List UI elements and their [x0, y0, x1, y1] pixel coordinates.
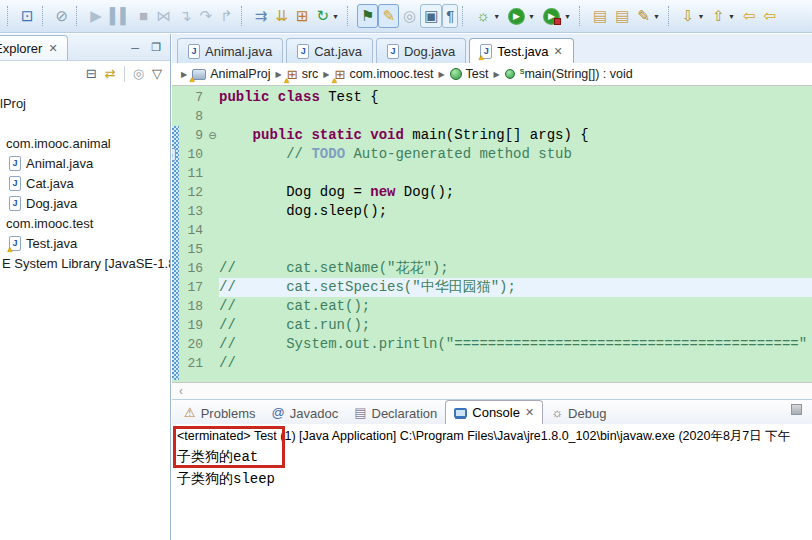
code-segment: new: [370, 184, 395, 200]
show-whitespace-button[interactable]: ¶: [442, 4, 458, 28]
new-wizard-button[interactable]: ☼▼: [472, 4, 504, 28]
disconnect-button[interactable]: ⋈: [152, 4, 175, 28]
mark-occurrences-button[interactable]: ⚑: [357, 4, 378, 28]
step-return-button[interactable]: ↱: [216, 4, 237, 28]
next-annotation-button[interactable]: ⇩▼: [678, 4, 709, 28]
close-icon[interactable]: ✕: [525, 406, 534, 419]
editor-tab-label: Animal.java: [205, 44, 272, 59]
tree-item-com-imooc-animal[interactable]: com.imooc.animal: [0, 133, 170, 153]
tree-item-dog-java[interactable]: JDog.java: [0, 193, 170, 213]
code-segment: public class: [219, 89, 328, 105]
line-number: 20: [180, 335, 206, 354]
console-view-button[interactable]: ⊡: [17, 4, 38, 28]
working-set-icon[interactable]: ◎: [133, 67, 144, 81]
close-icon[interactable]: ✕: [554, 45, 563, 58]
line-number: 7: [180, 88, 206, 107]
open-type-button[interactable]: ▤: [589, 4, 611, 28]
horizontal-scrollbar[interactable]: ‹: [172, 382, 812, 399]
tree-item-animal-java[interactable]: JAnimal.java: [0, 153, 170, 173]
breadcrumb-item-src[interactable]: src: [302, 67, 319, 81]
drop-to-frame-icon: ⇊: [275, 7, 288, 25]
team-sync-button[interactable]: ◎: [399, 4, 420, 28]
code-line: 8: [172, 107, 812, 126]
tab-declaration[interactable]: ▤Declaration: [346, 402, 445, 424]
suspend-button[interactable]: ▌▌: [106, 4, 135, 28]
dropdown-arrow-icon[interactable]: ▼: [653, 13, 660, 20]
tree-item-lproj[interactable]: lProj: [0, 93, 170, 113]
package-tree[interactable]: lProjcom.imooc.animalJAnimal.javaJCat.ja…: [0, 87, 170, 273]
view-menu-icon[interactable]: ▽: [152, 67, 162, 81]
drop-to-frame-button[interactable]: ⇊: [271, 4, 292, 28]
tab-dog-java[interactable]: JDog.java: [376, 38, 466, 63]
annotate-pen-button[interactable]: ✎▼: [633, 4, 664, 28]
terminate-icon: ■: [139, 7, 148, 25]
toolbar-separator: [241, 6, 248, 26]
tab-package-explorer[interactable]: Explorer ✕: [0, 35, 68, 60]
tab-cat-java[interactable]: JCat.java: [286, 38, 373, 63]
package-icon: ⊞▲: [287, 68, 298, 81]
step-over-button[interactable]: ↷: [196, 4, 217, 28]
console-view[interactable]: <terminated> Test (1) [Java Application]…: [172, 424, 812, 540]
minimize-icon[interactable]: ─: [131, 42, 139, 54]
code-text: // cat.setSpecies("中华田园猫");: [219, 278, 516, 297]
breadcrumb-arrow-icon: ▶: [276, 70, 282, 79]
code-segment: TODO: [311, 146, 345, 162]
explorer-tab-label: Explorer: [0, 41, 42, 56]
coverage-button[interactable]: ▶▼: [539, 4, 575, 28]
fold-marker-icon[interactable]: ⊖: [206, 126, 219, 145]
step-into-button[interactable]: ↴: [175, 4, 196, 28]
back-history-button[interactable]: ⇦: [759, 4, 780, 28]
console-view-icon: ⊡: [21, 7, 34, 25]
skip-breakpoints-button[interactable]: ⇉: [251, 4, 272, 28]
tree-item-test-java[interactable]: J▲Test.java: [0, 233, 170, 253]
tree-item-com-imooc-test[interactable]: com.imooc.test: [0, 213, 170, 233]
toolbar-separator: [124, 66, 125, 82]
dropdown-arrow-icon[interactable]: ▼: [528, 13, 535, 20]
tab-javadoc[interactable]: @Javadoc: [264, 402, 347, 424]
dropdown-arrow-icon[interactable]: ▼: [564, 13, 571, 20]
run-icon: ▶: [508, 8, 525, 25]
refresh-button[interactable]: ↻▼: [313, 4, 344, 28]
link-with-editor-icon[interactable]: ⇄: [105, 67, 116, 81]
no-magnifier-button[interactable]: ⊘: [52, 4, 73, 28]
show-selected-element-button[interactable]: ▣: [420, 4, 442, 28]
code-editor[interactable]: 7public class Test {89⊖ public static vo…: [172, 86, 812, 382]
prev-annotation-button[interactable]: ⇧▼: [708, 4, 739, 28]
code-lines[interactable]: 7public class Test {89⊖ public static vo…: [172, 86, 812, 373]
dropdown-arrow-icon[interactable]: ▼: [332, 13, 339, 20]
last-edit-location-button[interactable]: ⇦: [739, 4, 760, 28]
panel-maximize-icon[interactable]: [791, 404, 802, 415]
breadcrumb-item-com-imooc-test[interactable]: com.imooc.test: [349, 67, 433, 81]
warning-overlay-icon: ▲: [330, 77, 338, 85]
scroll-left-icon[interactable]: ‹: [179, 384, 183, 398]
javadoc-icon: @: [272, 406, 285, 420]
tab-console[interactable]: Console✕: [445, 400, 543, 424]
tree-item-e-system-library-javase-1-8[interactable]: E System Library [JavaSE-1.8]: [0, 253, 170, 273]
dropdown-arrow-icon[interactable]: ▼: [697, 13, 704, 20]
tab-test-java[interactable]: J▲Test.java✕: [469, 38, 574, 63]
code-text: // cat.setName("花花");: [219, 259, 449, 278]
open-resource-button[interactable]: ▤: [611, 4, 633, 28]
breadcrumb-item-test[interactable]: Test: [466, 67, 489, 81]
mark-occurrences-icon: ⚑: [361, 7, 374, 25]
run-button[interactable]: ▶▼: [504, 4, 539, 28]
format-brush-button[interactable]: ✎: [378, 4, 399, 28]
bottom-tab-label: Problems: [201, 406, 256, 421]
maximize-icon[interactable]: ❐: [151, 41, 161, 54]
collapse-all-icon[interactable]: ⊟: [86, 67, 97, 81]
breadcrumb-item-main-string-void[interactable]: main(String[]) : void: [524, 67, 632, 81]
breadcrumb-arrow-icon: ▶: [181, 70, 187, 79]
resume-button[interactable]: ▶: [86, 4, 106, 28]
java-file-icon: J: [387, 44, 399, 59]
dropdown-arrow-icon[interactable]: ▼: [728, 13, 735, 20]
tab-problems[interactable]: ⚠Problems: [176, 402, 264, 424]
tree-item-cat-java[interactable]: JCat.java: [0, 173, 170, 193]
warning-overlay-icon: ▲: [477, 54, 485, 62]
terminate-button[interactable]: ■: [135, 4, 152, 28]
new-java-element-button[interactable]: ⊞: [292, 4, 313, 28]
tab-debug[interactable]: ☼Debug: [543, 402, 614, 424]
close-icon[interactable]: ✕: [48, 42, 57, 55]
dropdown-arrow-icon[interactable]: ▼: [493, 13, 500, 20]
tab-animal-java[interactable]: JAnimal.java: [177, 38, 283, 63]
breadcrumb-item-animalproj[interactable]: AnimalProj: [210, 67, 270, 81]
